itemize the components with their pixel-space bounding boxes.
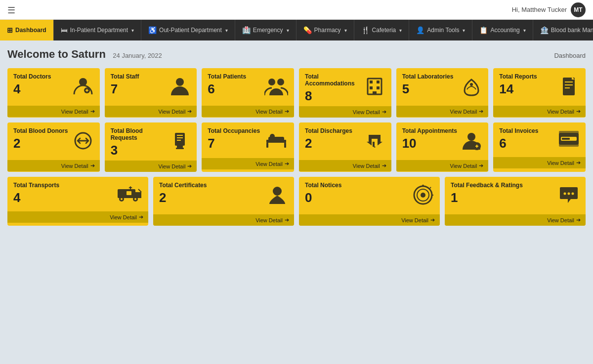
chevron-down-icon: ▾ [287,28,289,33]
patients-icon [264,76,288,102]
card-label-appointments: Total Appointments [402,127,457,134]
page-date: 24 January, 2022 [113,52,162,59]
view-detail-blood-requests[interactable]: View Detail ➔ [105,161,197,172]
view-detail-certificates[interactable]: View Detail ➔ [153,214,294,226]
view-detail-transports[interactable]: View Detail ➔ [7,211,148,223]
card-body-feedback: Total Feedback & Ratings 1 [445,177,586,214]
card-value-blood-donors: 2 [13,137,68,150]
card-value-blood-requests: 3 [111,144,169,157]
svg-rect-16 [563,78,575,95]
nav-item-cafeteria[interactable]: 🍴 Cafeteria ▾ [354,20,410,40]
svg-rect-24 [177,135,183,136]
notices-icon [412,184,434,210]
card-body-blood-donors: Total Blood Donors 2 [7,122,100,160]
card-accommodations: Total Accommodations 8 View Detail [299,68,391,118]
nav-label-cafeteria: Cafeteria [372,27,396,34]
view-detail-reports[interactable]: View Detail ➔ [493,106,586,117]
nav-label-dashboard: Dashboard [15,27,46,34]
card-label-reports: Total Reports [499,73,537,80]
nav-item-bloodbank[interactable]: 🏦 Blood bank Management ▾ [533,20,593,40]
arrow-icon: ➔ [382,162,386,169]
svg-rect-25 [177,137,183,138]
appointments-icon [461,130,482,156]
view-detail-patients[interactable]: View Detail ➔ [202,106,294,117]
svg-rect-26 [177,140,181,141]
svg-rect-11 [377,81,380,83]
card-doctors: Total Doctors 4 View Detail [7,68,100,118]
chevron-down-icon: ▾ [523,28,526,33]
cards-row-1: Total Doctors 4 View Detail [7,68,586,118]
card-value-laboratories: 5 [402,82,454,95]
card-occupancies: Total Occupancies 7 View Detail ➔ [202,122,294,172]
card-reports: Total Reports 14 View Detail ➔ [493,68,586,118]
nav-item-dashboard[interactable]: ⊞ Dashboard [0,20,54,40]
arrow-icon: ➔ [285,217,289,223]
cards-row-3: Total Transports 4 [7,177,586,226]
card-label-occupancies: Total Occupancies [208,127,260,134]
view-detail-staff[interactable]: View Detail ➔ [105,106,197,117]
certificates-icon [266,184,288,210]
card-value-accommodations: 8 [305,89,364,102]
svg-rect-19 [565,87,570,88]
title-group: Welcome to Saturn 24 January, 2022 [7,48,162,61]
nav-item-inpatient[interactable]: 🛏 In-Patient Department ▾ [54,20,141,40]
card-label-transports: Total Transports [13,182,59,189]
svg-rect-5 [86,89,87,92]
view-detail-invoices[interactable]: View Detail ➔ [493,157,586,168]
reports-icon [558,76,580,102]
occupancies-icon [264,130,288,154]
card-body-reports: Total Reports 14 [493,68,586,106]
card-discharges: Total Discharges 2 View Detail ➔ [299,122,391,172]
svg-point-47 [134,198,136,200]
svg-rect-2 [83,89,84,93]
view-detail-discharges[interactable]: View Detail ➔ [299,160,391,171]
svg-point-34 [467,133,475,141]
card-label-certificates: Total Certificates [159,182,207,189]
svg-rect-22 [177,146,183,148]
nav-item-pharmacy[interactable]: 💊 Pharmacy ▾ [296,20,354,40]
view-detail-occupancies[interactable]: View Detail ➔ [202,158,294,169]
card-certificates: Total Certificates 2 View Detail ➔ [153,177,294,226]
feedback-icon [558,184,580,210]
card-body-doctors: Total Doctors 4 [7,68,100,106]
page-title: Welcome to Saturn [7,48,106,60]
view-detail-notices[interactable]: View Detail ➔ [299,214,440,226]
view-detail-accommodations[interactable]: View Detail ➔ [299,106,391,118]
card-value-certificates: 2 [159,191,207,204]
card-notices: Total Notices 0 View Detail ➔ [299,177,440,226]
hamburger-icon[interactable]: ☰ [7,5,15,16]
card-body-laboratories: Total Laboratories 5 [396,68,489,106]
laboratories-icon [461,76,482,102]
svg-point-53 [421,193,425,198]
card-value-staff: 7 [111,82,139,95]
arrow-icon: ➔ [187,108,192,115]
svg-point-8 [277,79,284,85]
card-body-transports: Total Transports 4 [7,177,148,211]
staff-icon [169,76,191,102]
arrow-icon: ➔ [90,162,95,169]
svg-rect-30 [284,143,286,148]
nav-item-accounting[interactable]: 📋 Accounting ▾ [472,20,533,40]
accommodations-icon [364,76,385,102]
nav-item-admin[interactable]: 👤 Admin Tools ▾ [409,20,472,40]
card-body-occupancies: Total Occupancies 7 [202,122,294,158]
nav-item-emergency[interactable]: 🏥 Emergency ▾ [235,20,296,40]
view-detail-blood-donors[interactable]: View Detail ➔ [7,160,100,171]
svg-point-58 [568,193,570,195]
card-label-notices: Total Notices [305,182,341,189]
card-label-laboratories: Total Laboratories [402,73,454,80]
nav-item-outpatient[interactable]: ♿ Out-Patient Department ▾ [141,20,235,40]
nav-label-inpatient: In-Patient Department [70,27,128,34]
card-body-notices: Total Notices 0 [299,177,440,214]
avatar[interactable]: MT [571,2,586,17]
svg-rect-14 [373,91,377,94]
arrow-icon: ➔ [285,108,289,115]
svg-rect-33 [373,142,375,147]
view-detail-appointments[interactable]: View Detail ➔ [396,160,489,171]
card-label-blood-requests: Total Blood Requests [111,127,169,141]
cards-row-2: Total Blood Donors 2 View Detail ➔ [7,122,586,172]
view-detail-doctors[interactable]: View Detail ➔ [7,106,100,117]
view-detail-feedback[interactable]: View Detail ➔ [445,214,586,226]
view-detail-laboratories[interactable]: View Detail ➔ [396,106,489,117]
card-body-discharges: Total Discharges 2 [299,122,391,160]
